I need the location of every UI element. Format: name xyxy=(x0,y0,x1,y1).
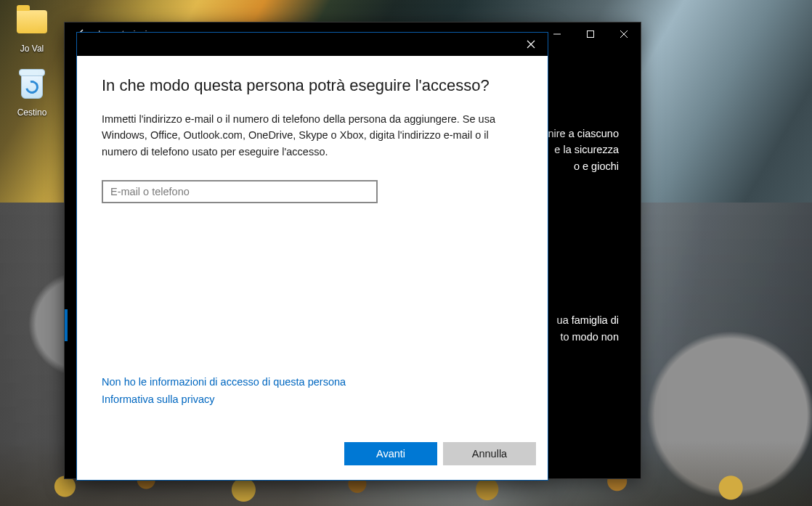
desktop-icon-recycle-bin[interactable]: Cestino xyxy=(4,68,60,118)
maximize-button[interactable] xyxy=(574,23,607,46)
desktop-icon-label: Cestino xyxy=(4,107,60,118)
dialog-description: Immetti l'indirizzo e-mail o il numero d… xyxy=(102,111,508,160)
dialog-titlebar xyxy=(77,33,548,56)
next-button[interactable]: Avanti xyxy=(344,442,437,465)
desktop-icon-user-folder[interactable]: Jo Val xyxy=(4,4,60,54)
text-fragment: e la sicurezza xyxy=(554,144,619,155)
email-or-phone-input[interactable] xyxy=(102,180,378,203)
cancel-button[interactable]: Annulla xyxy=(443,442,536,465)
desktop-icon-label: Jo Val xyxy=(4,44,60,54)
add-account-dialog: In che modo questa persona potrà eseguir… xyxy=(76,32,548,481)
text-fragment: nire a ciascuno xyxy=(548,128,619,139)
folder-icon xyxy=(17,10,47,41)
text-fragment: to modo non xyxy=(560,331,619,343)
dialog-content: In che modo questa persona potrà eseguir… xyxy=(77,56,548,429)
close-button[interactable] xyxy=(607,23,641,46)
svg-rect-1 xyxy=(588,31,594,38)
dialog-links: Non ho le informazioni di accesso di que… xyxy=(102,363,523,405)
text-fragment: ua famiglia di xyxy=(557,314,619,326)
dialog-footer: Avanti Annulla xyxy=(77,429,548,480)
dialog-close-button[interactable] xyxy=(514,33,548,56)
dialog-heading: In che modo questa persona potrà eseguir… xyxy=(102,76,523,95)
text-fragment: o e giochi xyxy=(574,160,619,172)
recycle-bin-icon xyxy=(17,74,47,105)
sidebar-active-indicator xyxy=(65,309,68,341)
window-controls xyxy=(540,23,641,46)
link-privacy[interactable]: Informativa sulla privacy xyxy=(102,393,523,405)
link-no-signin-info[interactable]: Non ho le informazioni di accesso di que… xyxy=(102,376,523,388)
